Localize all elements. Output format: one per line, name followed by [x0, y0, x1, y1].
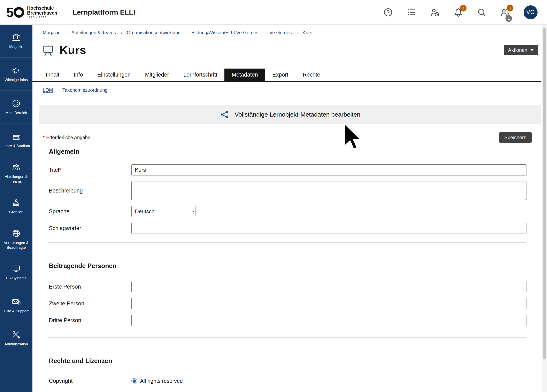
search-button[interactable]: [477, 7, 487, 17]
tab-mitglieder[interactable]: Mitglieder: [138, 68, 176, 81]
user-clock-button[interactable]: [430, 7, 440, 17]
breadcrumb-separator: ›: [121, 30, 122, 36]
form-row-beschreibung: Beschreibung: [49, 181, 526, 200]
sidebar-item-gremien[interactable]: Gremien: [0, 190, 33, 223]
people-group-icon: [12, 163, 21, 172]
sidebar-item-wichtige-infos[interactable]: Wichtige Infos: [0, 58, 33, 91]
breadcrumb-separator: ›: [296, 30, 298, 36]
app-title: Lernplattform ELLI: [73, 8, 135, 16]
form-row-copyright: Copyright All rights reserved: [49, 378, 526, 384]
erste-person-label: Erste Person: [49, 284, 131, 290]
section-beitragende-personen: Beitragende Personen Erste Person Zweite…: [33, 262, 541, 326]
dritte-person-label: Dritte Person: [49, 317, 131, 324]
breadcrumb-bildung-wissen[interactable]: Bildung/Wissen/ELLI Ve Gerdes: [191, 30, 259, 35]
breadcrumb-separator: ›: [263, 30, 265, 36]
vertical-scrollbar[interactable]: [542, 25, 547, 392]
share-nodes-icon: [220, 110, 229, 119]
zweite-person-input[interactable]: [131, 298, 526, 309]
beschreibung-textarea[interactable]: [131, 181, 526, 200]
smiley-icon: [12, 99, 21, 108]
breadcrumb-magazin[interactable]: Magazin: [43, 30, 61, 35]
section-divider: [48, 242, 526, 243]
save-button[interactable]: Speichern: [499, 132, 532, 143]
globe-icon: [12, 229, 21, 238]
heading-allgemein: Allgemein: [49, 148, 526, 155]
erste-person-input[interactable]: [131, 281, 526, 292]
tab-einstellungen[interactable]: Einstellungen: [90, 68, 138, 81]
form-row-schlagwoerter: Schlagwörter: [49, 223, 526, 234]
monitor-icon: [12, 264, 21, 273]
mail-help-icon: ?: [12, 297, 21, 306]
dritte-person-input[interactable]: [131, 315, 526, 326]
notifications-button[interactable]: 2: [453, 7, 463, 17]
search-icon: [477, 7, 487, 17]
breadcrumb-organisationsentwicklung[interactable]: Organisationsentwicklung: [127, 30, 180, 35]
help-button[interactable]: [383, 7, 393, 17]
list-button[interactable]: [407, 7, 417, 17]
form-row-sprache: Sprache Deutsch: [49, 206, 526, 217]
tab-export[interactable]: Export: [265, 68, 295, 81]
logo[interactable]: 5 Hochschule Bremerhaven 1975 – 2025: [0, 6, 66, 19]
beschreibung-label: Beschreibung: [49, 188, 131, 194]
svg-text:?: ?: [18, 302, 20, 304]
edit-full-metadata-banner[interactable]: Vollständige Lernobjekt-Metadaten bearbe…: [39, 105, 541, 124]
required-note: *Erforderliche Angabe: [43, 135, 90, 140]
breadcrumb-separator: ›: [65, 30, 67, 36]
tools-icon: [12, 330, 21, 339]
logo-0-ring-icon: [14, 7, 24, 18]
page-title: Kurs: [60, 43, 86, 57]
notifications-badge: 2: [460, 5, 466, 12]
form-row-titel: Titel*: [49, 164, 526, 176]
main-sidebar: Magazin Wichtige Infos Mein Bereich: [0, 25, 33, 392]
logo-50-icon: 5: [6, 6, 24, 19]
form-row-zweite-person: Zweite Person: [49, 298, 526, 309]
sidebar-item-lehre-studium[interactable]: Lehre & Studium: [0, 124, 33, 157]
committee-icon: [12, 198, 21, 207]
tab-inhalt[interactable]: Inhalt: [39, 68, 67, 81]
sidebar-item-hilfe-support[interactable]: ? Hilfe & Support: [0, 289, 33, 322]
user-clock-icon: [430, 7, 440, 17]
zweite-person-label: Zweite Person: [49, 300, 131, 307]
required-mark: *: [43, 135, 45, 140]
form-row-dritte-person: Dritte Person: [49, 315, 526, 326]
sprache-select[interactable]: Deutsch: [131, 206, 195, 217]
books-icon: [12, 132, 21, 141]
copyright-radio[interactable]: [131, 378, 137, 384]
tab-rechte[interactable]: Rechte: [295, 68, 328, 81]
copyright-option-label: All rights reserved: [140, 378, 183, 384]
main-content: Magazin › Abteilungen & Teams › Organisa…: [33, 25, 541, 392]
breadcrumb-kurs[interactable]: Kurs: [302, 30, 312, 35]
sidebar-item-hs-systeme[interactable]: HS-Systeme: [0, 256, 33, 289]
sidebar-item-vertretungen[interactable]: Vertretungen & Beauftragte: [0, 223, 33, 256]
sidebar-item-administration[interactable]: Administration: [0, 322, 33, 355]
caret-down-icon: [530, 49, 534, 51]
sidebar-item-abteilungen-teams[interactable]: Abteilungen & Teams: [0, 157, 33, 190]
avatar[interactable]: VG: [524, 5, 538, 19]
megaphone-icon: [12, 66, 21, 75]
schlagwoerter-input[interactable]: [131, 223, 526, 234]
schlagwoerter-label: Schlagwörter: [49, 225, 131, 231]
actions-button[interactable]: Aktionen: [504, 45, 538, 55]
logo-line1: Hochschule: [27, 6, 57, 10]
breadcrumb-abteilungen-teams[interactable]: Abteilungen & Teams: [71, 30, 116, 35]
list-icon: [407, 7, 417, 17]
section-rechte-lizenzen: Rechte und Lizenzen Copyright All rights…: [33, 357, 541, 384]
subtab-lom[interactable]: LOM: [43, 88, 53, 93]
copyright-label: Copyright: [49, 378, 131, 384]
breadcrumb-separator: ›: [185, 30, 187, 36]
tab-metadaten[interactable]: Metadaten: [225, 68, 265, 81]
titel-input[interactable]: [131, 164, 526, 176]
breadcrumb-ve-gerdes[interactable]: Ve Gerdes: [269, 30, 292, 35]
top-header: 5 Hochschule Bremerhaven 1975 – 2025 Ler…: [0, 0, 547, 25]
tab-info[interactable]: Info: [67, 68, 90, 81]
subtab-bar: LOM Taxonomiezuordnung: [33, 82, 541, 93]
contacts-button[interactable]: 1 1: [500, 7, 510, 17]
tab-lernfortschritt[interactable]: Lernfortschritt: [176, 68, 225, 81]
scrollbar-thumb[interactable]: [543, 28, 546, 359]
sidebar-item-magazin[interactable]: Magazin: [0, 25, 33, 58]
course-icon: [41, 44, 55, 56]
subtab-taxonomiezuordnung[interactable]: Taxonomiezuordnung: [62, 88, 108, 93]
heading-beitragende-personen: Beitragende Personen: [49, 262, 526, 270]
banner-label: Vollständige Lernobjekt-Metadaten bearbe…: [235, 111, 360, 118]
sidebar-item-mein-bereich[interactable]: Mein Bereich: [0, 91, 33, 124]
